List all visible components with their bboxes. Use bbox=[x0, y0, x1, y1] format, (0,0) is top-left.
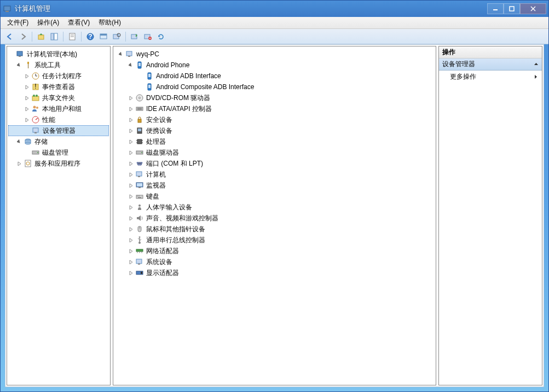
tree-device-manager[interactable]: 设备管理器 bbox=[8, 125, 109, 136]
tree-task-scheduler[interactable]: 任务计划程序 bbox=[8, 71, 109, 81]
tree-disk-management[interactable]: 磁盘管理 bbox=[8, 147, 109, 158]
device-hid[interactable]: 人体学输入设备 bbox=[114, 202, 435, 213]
expand-icon[interactable] bbox=[128, 138, 134, 145]
device-portable[interactable]: 便携设备 bbox=[114, 125, 435, 136]
expand-icon[interactable] bbox=[24, 73, 30, 79]
close-button[interactable] bbox=[520, 3, 546, 14]
expand-icon[interactable] bbox=[128, 95, 134, 101]
device-ports[interactable]: 端口 (COM 和 LPT) bbox=[114, 158, 435, 169]
device-mice[interactable]: 鼠标和其他指针设备 bbox=[114, 224, 435, 235]
collapse-icon[interactable] bbox=[16, 138, 22, 145]
expand-icon[interactable] bbox=[128, 182, 134, 189]
device-monitors[interactable]: 监视器 bbox=[114, 180, 435, 191]
expand-icon[interactable] bbox=[128, 171, 134, 178]
svg-text:?: ? bbox=[88, 33, 92, 40]
expand-icon[interactable] bbox=[128, 215, 134, 221]
expand-icon[interactable] bbox=[16, 160, 22, 167]
svg-rect-25 bbox=[28, 64, 28, 68]
collapse-icon[interactable] bbox=[118, 51, 124, 57]
tree-services[interactable]: 服务和应用程序 bbox=[8, 158, 109, 169]
tree-label: 性能 bbox=[42, 115, 55, 125]
expand-icon[interactable] bbox=[128, 127, 134, 134]
menu-action[interactable]: 操作(A) bbox=[33, 17, 63, 28]
menu-help[interactable]: 帮助(H) bbox=[94, 17, 125, 28]
device-computers[interactable]: 计算机 bbox=[114, 169, 435, 180]
expand-icon[interactable] bbox=[128, 237, 134, 243]
submenu-arrow-icon bbox=[534, 74, 538, 79]
expand-icon[interactable] bbox=[128, 106, 134, 112]
tree-label: 磁盘管理 bbox=[42, 148, 68, 157]
expand-icon[interactable] bbox=[128, 204, 134, 210]
expand-icon[interactable] bbox=[128, 259, 134, 265]
device-android-composite[interactable]: Android Composite ADB Interface bbox=[114, 81, 435, 92]
help-button[interactable]: ? bbox=[84, 31, 96, 43]
svg-rect-62 bbox=[138, 128, 141, 131]
device-system[interactable]: 系统设备 bbox=[114, 256, 435, 267]
tree-shared-folders[interactable]: 共享文件夹 bbox=[8, 92, 109, 103]
device-display-adapters[interactable]: 显示适配器 bbox=[114, 267, 435, 278]
refresh-button[interactable] bbox=[155, 31, 167, 43]
device-icon bbox=[145, 72, 154, 80]
expand-icon[interactable] bbox=[128, 116, 134, 123]
cpu-icon bbox=[135, 137, 144, 146]
svg-rect-15 bbox=[100, 34, 107, 36]
tree-performance[interactable]: 性能 bbox=[8, 114, 109, 125]
tree-storage[interactable]: 存储 bbox=[8, 136, 109, 147]
expand-icon[interactable] bbox=[128, 226, 134, 232]
collapse-icon[interactable] bbox=[16, 62, 22, 68]
tree-label: wyq-PC bbox=[136, 50, 159, 58]
device-audio[interactable]: 声音、视频和游戏控制器 bbox=[114, 213, 435, 224]
svg-rect-52 bbox=[148, 74, 151, 77]
expand-icon[interactable] bbox=[128, 248, 134, 254]
device-android-adb[interactable]: Android ADB Interface bbox=[114, 71, 435, 81]
expand-icon[interactable] bbox=[128, 193, 134, 200]
tree-label: 键盘 bbox=[146, 192, 159, 201]
toolbar-button-6[interactable] bbox=[97, 31, 109, 43]
device-keyboards[interactable]: 键盘 bbox=[114, 191, 435, 202]
more-actions-item[interactable]: 更多操作 bbox=[439, 71, 542, 83]
toolbar-button-9[interactable] bbox=[142, 31, 154, 43]
device-icon bbox=[145, 83, 154, 91]
back-button[interactable] bbox=[4, 31, 16, 43]
tree-system-tools[interactable]: 系统工具 bbox=[8, 60, 109, 71]
menu-file[interactable]: 文件(F) bbox=[3, 17, 33, 28]
expand-icon[interactable] bbox=[24, 106, 30, 112]
tree-event-viewer[interactable]: ! 事件查看器 bbox=[8, 81, 109, 92]
expand-icon[interactable] bbox=[24, 84, 30, 90]
expand-icon[interactable] bbox=[128, 149, 134, 156]
svg-rect-22 bbox=[17, 51, 22, 56]
expand-icon[interactable] bbox=[128, 270, 134, 276]
device-processors[interactable]: 处理器 bbox=[114, 136, 435, 147]
device-computer-root[interactable]: wyq-PC bbox=[114, 49, 435, 60]
toolbar-button-8[interactable] bbox=[129, 31, 141, 43]
window-title: 计算机管理 bbox=[15, 4, 487, 14]
properties-button[interactable] bbox=[66, 31, 78, 43]
svg-rect-47 bbox=[126, 51, 132, 56]
minimize-button[interactable] bbox=[487, 3, 504, 14]
actions-section[interactable]: 设备管理器 bbox=[439, 58, 542, 71]
expand-icon[interactable] bbox=[24, 95, 30, 101]
tree-local-users[interactable]: 本地用户和组 bbox=[8, 103, 109, 114]
toolbar-button-7[interactable] bbox=[111, 31, 123, 43]
menu-view[interactable]: 查看(V) bbox=[63, 17, 94, 28]
device-dvdcd[interactable]: DVD/CD-ROM 驱动器 bbox=[114, 92, 435, 103]
svg-rect-74 bbox=[138, 176, 140, 177]
device-android-phone[interactable]: Android Phone bbox=[114, 60, 435, 71]
tree-label: 本地用户和组 bbox=[42, 104, 82, 114]
up-button[interactable] bbox=[35, 31, 47, 43]
forward-button[interactable] bbox=[17, 31, 29, 43]
maximize-button[interactable] bbox=[504, 3, 520, 14]
device-disk-drives[interactable]: 磁盘驱动器 bbox=[114, 147, 435, 158]
menubar: 文件(F) 操作(A) 查看(V) 帮助(H) bbox=[1, 17, 548, 29]
tree-root-computer-management[interactable]: 计算机管理(本地) bbox=[8, 49, 109, 60]
show-hide-tree-button[interactable] bbox=[48, 31, 60, 43]
collapse-icon[interactable] bbox=[128, 62, 134, 68]
svg-rect-76 bbox=[137, 183, 142, 186]
device-security[interactable]: 安全设备 bbox=[114, 114, 435, 125]
device-ide-ata[interactable]: IDE ATA/ATAPI 控制器 bbox=[114, 103, 435, 114]
expand-icon[interactable] bbox=[24, 116, 30, 123]
device-network[interactable]: 网络适配器 bbox=[114, 245, 435, 256]
ide-icon bbox=[135, 104, 144, 113]
expand-icon[interactable] bbox=[128, 160, 134, 167]
device-usb[interactable]: 通用串行总线控制器 bbox=[114, 235, 435, 245]
